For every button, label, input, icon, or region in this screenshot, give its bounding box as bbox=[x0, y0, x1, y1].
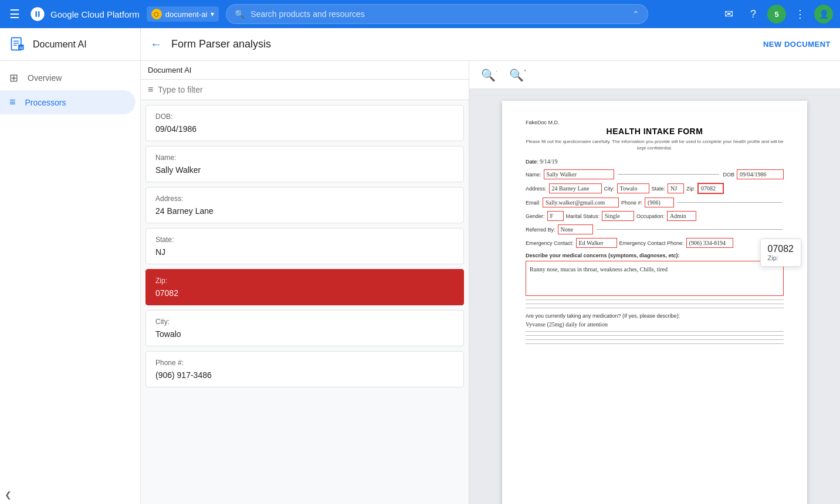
hamburger-icon[interactable]: ☰ bbox=[7, 5, 22, 23]
doc-state-label: State: bbox=[652, 186, 666, 192]
doc-referred-line bbox=[597, 229, 783, 230]
chevron-down-icon: ▾ bbox=[211, 10, 214, 18]
field-card-phone[interactable]: Phone #: (906) 917-3486 bbox=[145, 351, 464, 387]
doc-emergency-value: Ed Walker bbox=[576, 238, 617, 248]
new-document-button[interactable]: NEW DOCUMENT bbox=[763, 40, 831, 49]
field-card-dob[interactable]: DOB: 09/04/1986 bbox=[145, 105, 464, 141]
sidebar-nav: ⊞ Overview ≡ Processors bbox=[0, 61, 140, 119]
field-card-city[interactable]: City: Towalo bbox=[145, 310, 464, 346]
sidebar-title: Document AI bbox=[33, 39, 87, 50]
project-selector[interactable]: ⬡ document-ai ▾ bbox=[147, 6, 219, 22]
doc-gender-label: Gender: bbox=[526, 213, 545, 219]
doc-medical-value: Runny nose, mucus in throat, weakness ac… bbox=[530, 265, 780, 274]
nav-actions: ✉ ? 5 ⋮ 👤 bbox=[718, 4, 833, 25]
user-badge[interactable]: 5 bbox=[767, 5, 786, 23]
notifications-icon[interactable]: ✉ bbox=[718, 4, 739, 25]
field-card-address[interactable]: Address: 24 Barney Lane bbox=[145, 187, 464, 223]
doc-emergency-phone-label: Emergency Contact Phone: bbox=[619, 240, 684, 246]
doc-occupation-label: Occupation: bbox=[636, 213, 665, 219]
tooltip-value: 07082 bbox=[768, 244, 794, 254]
sidebar: AI Document AI ⊞ Overview ≡ Processors bbox=[0, 28, 141, 504]
top-nav: ☰ Google Cloud Platform ⬡ document-ai ▾ … bbox=[0, 0, 840, 28]
document-panel: 🔍- 🔍+ FakeDoc M.D. HEALTH INTAKE FORM Pl… bbox=[469, 61, 840, 504]
field-label-dob: DOB: bbox=[155, 113, 454, 121]
doc-gender-value: F bbox=[547, 211, 564, 221]
field-label-phone: Phone #: bbox=[155, 359, 454, 367]
zoom-out-button[interactable]: 🔍- bbox=[479, 66, 500, 84]
doc-referred-row: Referred By: None bbox=[526, 224, 784, 234]
search-icon: 🔍 bbox=[235, 9, 245, 19]
doc-dob-label: DOB bbox=[723, 172, 734, 178]
app-name: Google Cloud Platform bbox=[50, 9, 140, 19]
doc-toolbar: 🔍- 🔍+ bbox=[469, 61, 840, 89]
field-card-state[interactable]: State: NJ bbox=[145, 228, 464, 264]
doc-name-line bbox=[618, 174, 720, 175]
more-options-icon[interactable]: ⋮ bbox=[790, 4, 811, 25]
doc-address-value: 24 Barney Lane bbox=[549, 183, 602, 193]
filter-input[interactable] bbox=[158, 85, 462, 94]
doc-address-label: Address: bbox=[526, 186, 547, 192]
field-value-state: NJ bbox=[155, 247, 454, 257]
field-card-name[interactable]: Name: Sally Walker bbox=[145, 146, 464, 182]
doc-referred-value: None bbox=[558, 224, 593, 234]
doc-dob-value: 09/04/1986 bbox=[737, 169, 784, 179]
field-card-zip[interactable]: Zip: 07082 bbox=[145, 269, 464, 305]
field-value-phone: (906) 917-3486 bbox=[155, 370, 454, 380]
doc-emergency-row: Emergency Contact: Ed Walker Emergency C… bbox=[526, 238, 784, 248]
doc-viewport[interactable]: FakeDoc M.D. HEALTH INTAKE FORM Please f… bbox=[469, 89, 840, 504]
document-page: FakeDoc M.D. HEALTH INTAKE FORM Please f… bbox=[502, 101, 807, 504]
field-label-address: Address: bbox=[155, 195, 454, 203]
sidebar-item-processors[interactable]: ≡ Processors bbox=[0, 90, 136, 114]
sidebar-header: AI Document AI bbox=[0, 28, 140, 61]
project-icon: ⬡ bbox=[151, 9, 162, 19]
doc-occupation-value: Admin bbox=[667, 211, 696, 221]
form-fields-list: DOB: 09/04/1986 Name: Sally Walker Addre… bbox=[141, 100, 469, 504]
expand-search-icon[interactable]: ⌃ bbox=[632, 9, 639, 19]
sidebar-item-overview[interactable]: ⊞ Overview bbox=[0, 66, 136, 90]
doc-email-value: Sally.walker@gmail.com bbox=[543, 197, 619, 207]
form-panel-header: Document AI bbox=[141, 61, 469, 80]
main-content: ← Form Parser analysis NEW DOCUMENT Docu… bbox=[141, 28, 840, 504]
doc-subtitle: Please fill out the questionnaire carefu… bbox=[526, 138, 784, 151]
field-label-name: Name: bbox=[155, 154, 454, 162]
document-ai-logo-icon: AI bbox=[9, 36, 26, 53]
doc-email-phone-row: Email: Sally.walker@gmail.com Phone #: (… bbox=[526, 197, 784, 207]
doc-state-value: NJ bbox=[668, 183, 684, 193]
doc-medical-section: Describe your medical concerns (symptoms… bbox=[526, 253, 784, 296]
doc-emergency-phone-value: (906) 334-8194 bbox=[686, 238, 733, 248]
field-label-zip: Zip: bbox=[155, 277, 454, 285]
doc-phone-label: Phone #: bbox=[621, 200, 642, 206]
form-panel: Document AI ≡ DOB: 09/04/1986 Name: Sall… bbox=[141, 61, 469, 504]
filter-bar: ≡ bbox=[141, 80, 469, 100]
app-body: AI Document AI ⊞ Overview ≡ Processors ←… bbox=[0, 28, 840, 504]
doc-emergency-label: Emergency Contact: bbox=[526, 240, 574, 246]
doc-phone-value: (906) bbox=[645, 197, 674, 207]
doc-email-label: Email: bbox=[526, 200, 540, 206]
doc-medication-label: Are you currently taking any medication?… bbox=[526, 313, 784, 319]
doc-form-title: HEALTH INTAKE FORM bbox=[526, 127, 784, 136]
sidebar-item-label: Overview bbox=[28, 73, 62, 83]
doc-marital-value: Single bbox=[602, 211, 634, 221]
zoom-in-button[interactable]: 🔍+ bbox=[507, 66, 529, 84]
tooltip-label: Zip: bbox=[768, 254, 794, 261]
page-title: Form Parser analysis bbox=[171, 38, 754, 50]
back-button[interactable]: ← bbox=[150, 38, 162, 51]
doc-zip-value: 07082 bbox=[697, 183, 724, 194]
svg-text:AI: AI bbox=[19, 46, 23, 50]
app-logo: Google Cloud Platform bbox=[29, 6, 140, 22]
search-bar[interactable]: 🔍 Search products and resources ⌃ bbox=[226, 4, 648, 24]
field-label-state: State: bbox=[155, 236, 454, 244]
doc-medical-box: Runny nose, mucus in throat, weakness ac… bbox=[526, 261, 784, 296]
doc-referred-label: Referred By: bbox=[526, 227, 556, 233]
doc-medical-label: Describe your medical concerns (symptoms… bbox=[526, 253, 784, 258]
avatar[interactable]: 👤 bbox=[814, 5, 833, 23]
content-area: Document AI ≡ DOB: 09/04/1986 Name: Sall… bbox=[141, 61, 840, 504]
doc-address-row: Address: 24 Barney Lane City: Towalo Sta… bbox=[526, 183, 784, 194]
sidebar-item-label: Processors bbox=[25, 98, 66, 107]
search-placeholder: Search products and resources bbox=[250, 9, 626, 19]
doc-name-label: Name: bbox=[526, 172, 541, 178]
doc-medication-section: Are you currently taking any medication?… bbox=[526, 313, 784, 344]
doc-city-value: Towalo bbox=[617, 183, 649, 193]
field-value-zip: 07082 bbox=[155, 288, 454, 298]
help-icon[interactable]: ? bbox=[743, 4, 764, 25]
